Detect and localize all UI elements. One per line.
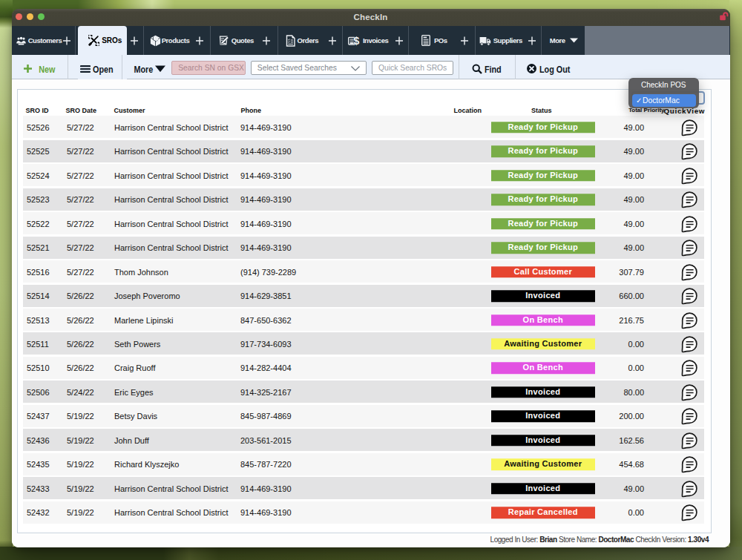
svg-text:$: $ bbox=[354, 35, 360, 47]
